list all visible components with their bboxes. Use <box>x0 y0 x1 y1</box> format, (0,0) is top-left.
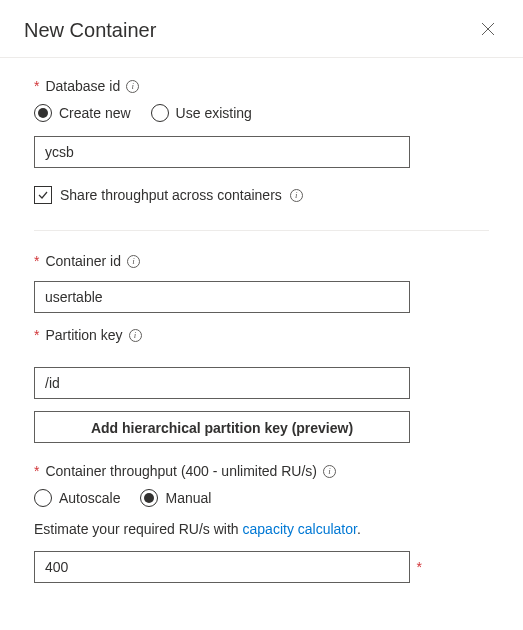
info-icon[interactable]: i <box>127 255 140 268</box>
database-mode-radio-group: Create new Use existing <box>34 104 489 122</box>
database-id-text: Database id <box>45 78 120 94</box>
required-star: * <box>34 327 39 343</box>
radio-autoscale[interactable]: Autoscale <box>34 489 120 507</box>
share-throughput-row: Share throughput across containers i <box>34 186 489 204</box>
partition-key-input[interactable] <box>34 367 410 399</box>
radio-circle-icon <box>151 104 169 122</box>
section-divider <box>34 230 489 231</box>
radio-manual[interactable]: Manual <box>140 489 211 507</box>
partition-key-text: Partition key <box>45 327 122 343</box>
database-id-label: * Database id i <box>34 78 489 94</box>
container-id-label: * Container id i <box>34 253 489 269</box>
info-icon[interactable]: i <box>126 80 139 93</box>
estimate-prefix: Estimate your required RU/s with <box>34 521 243 537</box>
database-id-input[interactable] <box>34 136 410 168</box>
radio-label: Manual <box>165 490 211 506</box>
throughput-mode-radio-group: Autoscale Manual <box>34 489 489 507</box>
radio-label: Use existing <box>176 105 252 121</box>
panel-header: New Container <box>0 0 523 58</box>
container-throughput-text: Container throughput (400 - unlimited RU… <box>45 463 317 479</box>
capacity-calculator-link[interactable]: capacity calculator <box>243 521 357 537</box>
add-hierarchical-partition-button[interactable]: Add hierarchical partition key (preview) <box>34 411 410 443</box>
radio-circle-icon <box>140 489 158 507</box>
info-icon[interactable]: i <box>323 465 336 478</box>
estimate-text: Estimate your required RU/s with capacit… <box>34 521 489 537</box>
panel-title: New Container <box>24 19 156 42</box>
close-button[interactable] <box>477 18 499 43</box>
throughput-input[interactable] <box>34 551 410 583</box>
container-id-input[interactable] <box>34 281 410 313</box>
required-star: * <box>34 463 39 479</box>
info-icon[interactable]: i <box>290 189 303 202</box>
checkmark-icon <box>37 189 49 201</box>
estimate-suffix: . <box>357 521 361 537</box>
radio-label: Autoscale <box>59 490 120 506</box>
radio-create-new[interactable]: Create new <box>34 104 131 122</box>
partition-key-label: * Partition key i <box>34 327 489 343</box>
radio-circle-icon <box>34 104 52 122</box>
close-icon <box>481 22 495 36</box>
info-icon[interactable]: i <box>129 329 142 342</box>
panel-body: * Database id i Create new Use existing … <box>0 58 523 603</box>
radio-circle-icon <box>34 489 52 507</box>
share-throughput-label: Share throughput across containers <box>60 187 282 203</box>
container-id-text: Container id <box>45 253 121 269</box>
radio-use-existing[interactable]: Use existing <box>151 104 252 122</box>
share-throughput-checkbox[interactable] <box>34 186 52 204</box>
radio-label: Create new <box>59 105 131 121</box>
required-star: * <box>34 78 39 94</box>
required-star: * <box>417 559 422 575</box>
ru-input-wrapper: * <box>34 551 412 583</box>
container-throughput-label: * Container throughput (400 - unlimited … <box>34 463 489 479</box>
required-star: * <box>34 253 39 269</box>
